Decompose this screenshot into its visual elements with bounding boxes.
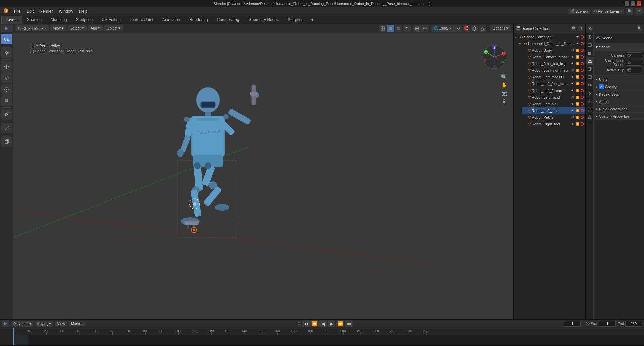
- outliner-item-left-forearm[interactable]: ▸ ▽ Robot_Left_forearm 👁 🔽 ⭕: [522, 87, 585, 94]
- outliner-item-humanoid[interactable]: ▾ ⊙ Humanoid_Robot_in_Dancing_Pose 👁 ⭕: [518, 40, 585, 47]
- menu-edit[interactable]: Edit: [24, 8, 36, 14]
- outliner-item-right-foot[interactable]: ▸ ▽ Robot_Right_foot 👁 🔽 ⭕: [522, 121, 585, 127]
- render-btn[interactable]: 🖥: [500, 97, 508, 105]
- prop-tab-output[interactable]: [586, 41, 594, 49]
- audio-section[interactable]: ▸ Audio: [594, 98, 644, 105]
- tab-rendering[interactable]: Rendering: [185, 16, 212, 24]
- current-frame-display[interactable]: 1: [564, 321, 581, 327]
- units-section[interactable]: ▸ Units: [594, 76, 644, 83]
- view-menu[interactable]: View: [55, 321, 67, 326]
- material-preview-btn[interactable]: [395, 25, 402, 32]
- outliner-item-joint-left-leg[interactable]: ▸ ▽ Robot_Joint_left_leg 👁 🔽 ⭕: [522, 60, 585, 67]
- maximize-button[interactable]: □: [631, 1, 635, 6]
- outliner-item-scene-collection[interactable]: ▾ ⊙ Scene Collection 👁 ⭕: [514, 34, 585, 40]
- gravity-checkbox[interactable]: ✓: [599, 84, 604, 89]
- outliner-item-left-foot-traction[interactable]: ▸ ▽ Robot_Left_foot_traction 👁 🔽 ⭕: [522, 80, 585, 87]
- menu-file[interactable]: File: [11, 8, 23, 14]
- blender-logo[interactable]: B: [1, 8, 11, 15]
- bg-scene-value[interactable]: [626, 60, 642, 66]
- options-btn[interactable]: Options ▾: [490, 25, 511, 31]
- scene-canvas[interactable]: HUMANOID ROBOT: [13, 33, 513, 319]
- tab-geometry-nodes[interactable]: Geometry Nodes: [244, 16, 283, 24]
- outliner-item-pelvis[interactable]: ▸ ▽ Robot_Pelvis 👁 🔽 ⭕: [522, 114, 585, 121]
- orientation-btn[interactable]: [479, 25, 486, 32]
- timeline-area[interactable]: 1 10 20 30 40 50: [13, 328, 644, 345]
- tab-animation[interactable]: Animation: [158, 16, 184, 24]
- timeline-track-area[interactable]: [13, 335, 644, 345]
- gizmos-btn[interactable]: [421, 25, 429, 32]
- play-btn[interactable]: ▶: [328, 320, 335, 327]
- menu-render[interactable]: Render: [37, 8, 55, 14]
- prop-tab-physics[interactable]: [586, 105, 594, 113]
- outliner-search-btn[interactable]: 🔍: [571, 26, 577, 31]
- global-selector[interactable]: 🌐 Global ▾: [431, 25, 454, 32]
- outliner-item-left-hip[interactable]: ▸ ▽ Robot_Left_hip 👁 🔽 ⭕: [522, 101, 585, 107]
- tab-sculpting[interactable]: Sculpting: [72, 16, 97, 24]
- menu-help[interactable]: Help: [76, 8, 90, 14]
- prop-tab-object[interactable]: [586, 73, 594, 81]
- viewport-object-menu[interactable]: Object ▾: [104, 25, 123, 31]
- tab-layout[interactable]: Layout: [1, 16, 22, 24]
- tab-shading[interactable]: Shading: [22, 16, 46, 24]
- tool-add-cube[interactable]: [1, 136, 12, 147]
- camera-view-btn[interactable]: 📷: [500, 89, 508, 97]
- outliner-filter-btn[interactable]: ⚙: [578, 26, 583, 31]
- tab-compositing[interactable]: Compositing: [213, 16, 244, 24]
- keying-menu[interactable]: Keying ▾: [35, 321, 53, 327]
- close-button[interactable]: ✕: [637, 1, 641, 6]
- viewport[interactable]: ⬡ Object Mode ▾ View ▾ Select ▾ Add ▾ Ob…: [13, 24, 513, 319]
- minimize-button[interactable]: ─: [625, 1, 629, 6]
- next-keyframe-btn[interactable]: ⏩: [336, 320, 344, 327]
- proportional-edit-btn[interactable]: ⊙: [454, 25, 462, 32]
- mode-play-btn[interactable]: [1, 25, 13, 32]
- tab-texture-paint[interactable]: Texture Paint: [125, 16, 158, 24]
- viewport-add-menu[interactable]: Add ▾: [88, 25, 103, 31]
- scene-selector[interactable]: 🎬 Scene ▾: [568, 9, 590, 14]
- tool-transform[interactable]: [1, 95, 12, 106]
- snap-settings-btn[interactable]: [471, 25, 478, 32]
- search-button[interactable]: 🔍: [626, 8, 633, 15]
- prop-tab-constraints[interactable]: [586, 81, 594, 89]
- outliner-item-left-shin[interactable]: ▸ ▽ Robot_Left_shin 👁 🔽 ⭕: [522, 107, 585, 114]
- current-frame-dot[interactable]: [296, 321, 302, 326]
- tab-add[interactable]: +: [308, 16, 317, 24]
- tool-measure[interactable]: [1, 123, 12, 133]
- viewport-view-menu[interactable]: View ▾: [50, 25, 66, 31]
- tab-scripting[interactable]: Scripting: [283, 16, 308, 24]
- tool-select[interactable]: [1, 34, 12, 44]
- nav-gizmo[interactable]: X Y Z: [481, 44, 508, 70]
- play-reverse-btn[interactable]: ◀: [319, 320, 327, 327]
- prop-tab-render[interactable]: [586, 33, 594, 41]
- outliner-item-joint-right-leg[interactable]: ▸ ▽ Robot_Joint_right_leg 👁 🔽 ⭕: [522, 67, 585, 74]
- tab-uv-editing[interactable]: UV Editing: [97, 16, 125, 24]
- marker-menu[interactable]: Marker: [69, 321, 85, 326]
- custom-props-section[interactable]: ▸ Custom Properties: [594, 113, 644, 120]
- prop-tab-particles[interactable]: [586, 97, 594, 105]
- viewport-select-menu[interactable]: Select ▾: [68, 25, 87, 31]
- keying-sets-section[interactable]: ▸ Keying Sets: [594, 91, 644, 98]
- help-icon-btn[interactable]: ?: [635, 8, 643, 15]
- outliner-item-left-foot001[interactable]: ▸ ▽ Robot_Left_foot001 👁 🔽 ⭕: [522, 74, 585, 80]
- tool-scale[interactable]: [1, 84, 12, 95]
- zoom-in-btn[interactable]: 🔍: [500, 73, 508, 80]
- tool-move[interactable]: [1, 61, 12, 72]
- tl-play-icon[interactable]: [2, 320, 9, 327]
- outliner-item-robot-body[interactable]: ▸ ▽ Robot_Body 👁 🔽 ⭕: [522, 47, 585, 54]
- prop-tab-data[interactable]: [586, 113, 594, 121]
- overlay-btn[interactable]: [413, 25, 421, 32]
- camera-value[interactable]: [626, 52, 642, 58]
- tab-modeling[interactable]: Modeling: [46, 16, 71, 24]
- gravity-section[interactable]: ▸ ✓ Gravity: [594, 83, 644, 91]
- start-frame-input[interactable]: 1: [599, 321, 616, 327]
- end-frame-input[interactable]: 250: [625, 321, 642, 327]
- jump-start-btn[interactable]: ⏮: [302, 320, 310, 327]
- solid-btn[interactable]: [387, 25, 394, 32]
- prop-tab-viewlayer[interactable]: [586, 49, 594, 57]
- tool-annotate[interactable]: [1, 109, 12, 120]
- prop-tab-world[interactable]: [586, 65, 594, 73]
- props-search-btn[interactable]: 🔍: [637, 26, 642, 31]
- active-clip-value[interactable]: [626, 67, 642, 73]
- scene-section-title[interactable]: ▾ Scene: [594, 43, 644, 51]
- object-mode-btn[interactable]: ⬡ Object Mode ▾: [15, 25, 49, 31]
- render-layer-selector[interactable]: ⧉ RenderLayer ▾: [592, 9, 624, 14]
